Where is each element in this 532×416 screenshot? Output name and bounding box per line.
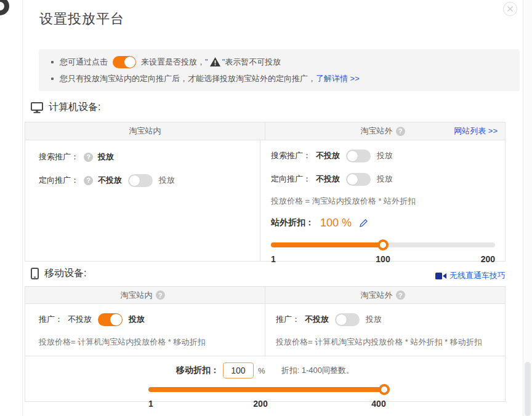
price-formula: 投放价格= 计算机淘宝站内投放价格 * 站外折扣 * 移动折扣 (276, 337, 495, 348)
toggle-knob (347, 150, 358, 162)
notice-line-2: 您只有投放淘宝站内的定向推广后，才能选择投放淘宝站外的定向推广， 了解详情 >> (51, 73, 507, 84)
wireless-tips: 无线直通车技巧 (25, 270, 506, 281)
help-icon[interactable]: ? (84, 153, 93, 162)
scrollbar-track[interactable] (523, 0, 532, 416)
column-header-offsite: 淘宝站外 ? 网站列表 >> (265, 122, 505, 140)
toggle-knob (336, 314, 347, 326)
on-state-label: 投放 (366, 314, 382, 325)
on-state-label: 投放 (159, 175, 175, 186)
column-header-label: 淘宝站外 (361, 126, 393, 137)
mobile-table: 淘宝站内 ? 淘宝站外 ? 推广： 不投放 投放 投放价格= 计算机淘宝站内投放… (25, 286, 506, 402)
discount-label: 移动折扣： (176, 365, 219, 376)
discount-hint: 折扣: 1-400间整数。 (281, 365, 354, 376)
mobile-offsite-cell: 推广： 不投放 投放 投放价格= 计算机淘宝站内投放价格 * 站外折扣 * 移动… (265, 304, 505, 356)
column-header-label: 淘宝站外 (361, 290, 393, 301)
scale-mid: 100 (376, 254, 390, 264)
toggle-knob (110, 314, 122, 326)
video-camera-icon (435, 272, 446, 280)
computer-section-title: 计算机设备: (49, 101, 100, 114)
mobile-discount-input[interactable] (223, 362, 254, 378)
bullet-icon (51, 61, 54, 63)
row-label: 定向推广： (271, 174, 311, 185)
column-header-onsite: 淘宝站内 ? (25, 287, 265, 303)
mobile-onsite-toggle[interactable] (98, 313, 123, 326)
onsite-target-toggle[interactable] (128, 174, 153, 187)
notice-text: 来设置是否投放，" (141, 57, 208, 68)
scale-mid: 200 (253, 399, 267, 409)
notice-line-1: 您可通过点击 来设置是否投放，" "表示暂不可投放 (51, 56, 507, 68)
row-label: 定向推广： (39, 175, 79, 186)
row-label: 搜索推广： (271, 150, 311, 161)
scale-min: 1 (148, 399, 153, 409)
discount-value: 100 % (320, 217, 352, 230)
scrollbar-thumb[interactable] (525, 362, 531, 416)
notice-text: 您可通过点击 (60, 57, 108, 68)
off-state-label: 不投放 (98, 175, 122, 186)
help-icon[interactable]: ? (396, 290, 405, 300)
target-promo-row: 定向推广： 不投放 投放 (271, 172, 495, 186)
column-header-onsite: 淘宝站内 (25, 122, 265, 140)
slider-handle[interactable] (379, 384, 390, 395)
promo-row: 推广： 不投放 投放 (276, 313, 495, 326)
computer-table: 淘宝站内 淘宝站外 ? 网站列表 >> 搜索推广： ? 投放 定向推广： (25, 122, 506, 262)
close-button[interactable] (503, 2, 517, 16)
computer-offsite-cell: 搜索推广： 不投放 投放 定向推广： 不投放 投放 投放价格 = 淘宝站内投放价… (260, 140, 505, 262)
discount-label: 站外折扣： (271, 217, 314, 228)
offsite-target-toggle[interactable] (346, 173, 371, 186)
toggle-knob (129, 175, 140, 186)
mobile-discount-row: 移动折扣： % 折扣: 1-400间整数。 (25, 362, 505, 379)
off-state-label: 不投放 (305, 314, 329, 325)
slider-fill (271, 242, 383, 247)
help-icon[interactable]: ? (396, 127, 405, 136)
bullet-icon (51, 78, 54, 80)
example-toggle[interactable] (113, 56, 136, 68)
wireless-tips-link[interactable]: 无线直通车技巧 (449, 270, 506, 281)
site-list-link[interactable]: 网站列表 >> (454, 126, 498, 137)
target-promo-row: 定向推广： ? 不投放 投放 (39, 174, 250, 187)
computer-section-header: 计算机设备: (31, 101, 100, 114)
mobile-discount-section: 移动折扣： % 折扣: 1-400间整数。 1 200 400 (25, 356, 505, 410)
notice-text: "表示暂不可投放 (222, 57, 281, 68)
off-state-label: 不投放 (316, 174, 340, 185)
mobile-discount-slider[interactable] (148, 384, 389, 395)
slider-fill (148, 387, 389, 392)
mobile-offsite-toggle[interactable] (335, 313, 360, 326)
slider-handle[interactable] (377, 239, 389, 250)
off-state-label: 不投放 (68, 314, 92, 325)
help-icon[interactable]: ? (156, 290, 165, 300)
warning-icon (210, 57, 220, 66)
monitor-icon (31, 102, 43, 113)
edit-pencil-icon[interactable] (359, 218, 368, 228)
row-label: 搜索推广： (39, 151, 79, 162)
slider-scale: 1 200 400 (148, 399, 389, 410)
price-formula: 投放价格= 计算机淘宝站内投放价格 * 移动折扣 (39, 337, 255, 348)
background-bubble-fragment (0, 0, 9, 15)
mobile-onsite-cell: 推广： 不投放 投放 投放价格= 计算机淘宝站内投放价格 * 移动折扣 (25, 304, 265, 356)
promo-row: 推广： 不投放 投放 (39, 313, 255, 326)
offsite-discount-slider[interactable] (271, 239, 495, 250)
mobile-table-header: 淘宝站内 ? 淘宝站外 ? (25, 287, 505, 304)
on-state-label: 投放 (377, 174, 393, 185)
scale-min: 1 (271, 254, 276, 264)
computer-onsite-cell: 搜索推广： ? 投放 定向推广： ? 不投放 投放 (25, 140, 260, 262)
row-label: 推广： (276, 314, 300, 325)
column-header-label: 淘宝站内 (121, 290, 153, 301)
learn-more-link[interactable]: 了解详情 >> (316, 73, 360, 84)
slider-scale: 1 100 200 (271, 254, 495, 265)
column-header-offsite: 淘宝站外 ? (265, 287, 505, 303)
offsite-discount-row: 站外折扣： 100 % (271, 215, 495, 231)
help-icon[interactable]: ? (84, 176, 93, 185)
search-promo-row: 搜索推广： 不投放 投放 (271, 149, 495, 162)
on-state-label: 投放 (377, 150, 393, 161)
offsite-search-toggle[interactable] (346, 150, 371, 162)
price-formula: 投放价格 = 淘宝站内投放价格 * 站外折扣 (271, 196, 495, 207)
notice-text: 您只有投放淘宝站内的定向推广后，才能选择投放淘宝站外的定向推广， (60, 73, 316, 84)
percent-unit: % (258, 366, 265, 375)
scale-max: 200 (481, 254, 495, 264)
on-state-label: 投放 (129, 314, 145, 325)
search-promo-row: 搜索推广： ? 投放 (39, 150, 250, 164)
set-platform-dialog: 设置投放平台 您可通过点击 来设置是否投放，" "表示暂不可投放 您只有投放淘宝… (0, 0, 532, 416)
computer-table-header: 淘宝站内 淘宝站外 ? 网站列表 >> (25, 122, 505, 140)
toggle-knob (124, 57, 135, 68)
off-state-label: 不投放 (316, 150, 340, 161)
